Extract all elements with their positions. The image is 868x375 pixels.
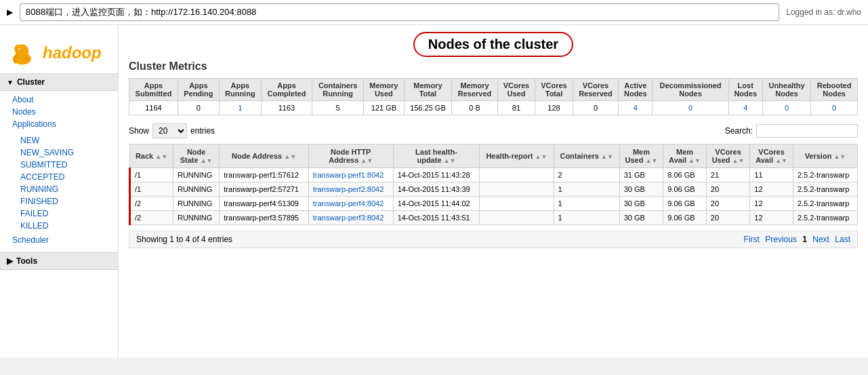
sidebar-cluster-header[interactable]: ▼ Cluster [0,74,118,91]
th-vcores-avail[interactable]: VCoresAvail ▲▼ [750,144,793,168]
sidebar-item-scheduler[interactable]: Scheduler [12,235,49,245]
th-vcores-used[interactable]: VCoresUsed ▲▼ [706,144,750,168]
cell-health-report [480,182,554,197]
cell-mem-used: 31 GB [619,168,663,182]
val-vcores-reserved: 0 [573,101,618,115]
sort-memused-icon: ▲▼ [646,157,658,164]
cell-health-report [480,211,554,225]
pagination-next[interactable]: Next [812,235,829,244]
cell-version: 2.5.2-transwarp [793,182,857,197]
sort-memavail-icon: ▲▼ [688,157,701,164]
sidebar-item-new[interactable]: NEW [0,134,118,146]
col-memory-total: MemoryTotal [404,79,452,101]
th-health-report[interactable]: Health-report ▲▼ [480,144,554,168]
cell-rack: /2 [130,211,173,225]
val-memory-total: 156.25 GB [404,101,452,115]
pagination-first[interactable]: First [744,235,760,244]
pagination-previous[interactable]: Previous [765,235,797,244]
sidebar-item-finished[interactable]: FINISHED [0,195,118,208]
col-apps-completed: AppsCompleted [261,79,312,101]
sidebar-item-new-saving[interactable]: NEW_SAVING [0,146,118,159]
val-apps-running: 1 [219,101,261,115]
show-entries-right: Search: [725,124,858,138]
th-containers[interactable]: Containers ▲▼ [554,144,619,168]
entries-select[interactable]: 20 10 25 50 100 [152,123,187,138]
val-decommissioned-link[interactable]: 0 [688,104,693,112]
cell-vcores-used: 20 [706,211,750,225]
show-entries-bar: Show 20 10 25 50 100 entries Search: [129,123,858,138]
col-lost-nodes: LostNodes [728,79,762,101]
sidebar-tools-header[interactable]: ▶ Tools [0,252,118,270]
sidebar-item-about[interactable]: About [0,94,118,106]
sort-report-icon: ▲▼ [535,153,547,160]
cluster-metrics-table: AppsSubmitted AppsPending AppsRunning Ap… [129,78,858,115]
sort-vcoresused-icon: ▲▼ [732,157,745,164]
cell-containers: 1 [554,182,619,197]
cell-state: RUNNING [173,211,219,225]
th-last-health[interactable]: Last health-update ▲▼ [393,144,480,168]
node-http-link[interactable]: transwarp-perf3:8042 [313,214,384,222]
sidebar-item-failed[interactable]: FAILED [0,208,118,220]
sort-state-icon: ▲▼ [201,157,213,164]
th-node-address[interactable]: Node Address ▲▼ [220,144,308,168]
sidebar-item-submitted[interactable]: SUBMITTED [0,159,118,171]
tools-triangle-icon: ▶ [7,256,13,266]
cell-http: transwarp-perf1:8042 [308,168,393,182]
val-rebooted-link[interactable]: 0 [832,104,836,112]
sidebar-item-applications[interactable]: Applications [0,118,118,130]
top-banner: ▶ 8088端口，进入监控页面，如：http://172.16.140.204:… [0,0,868,25]
sidebar-cluster-label: Cluster [17,77,45,87]
node-http-link[interactable]: transwarp-perf4:8042 [313,199,384,208]
val-decommissioned-nodes: 0 [653,101,728,115]
cell-version: 2.5.2-transwarp [793,197,857,211]
val-vcores-used: 81 [497,101,535,115]
cell-vcores-used: 20 [706,182,750,197]
show-entries-left: Show 20 10 25 50 100 entries [129,123,215,138]
th-node-http[interactable]: Node HTTPAddress ▲▼ [308,144,393,168]
cell-http: transwarp-perf4:8042 [308,197,393,211]
th-node-state[interactable]: NodeState ▲▼ [173,144,219,168]
col-vcores-reserved: VCoresReserved [573,79,618,101]
cell-http: transwarp-perf2:8042 [308,182,393,197]
node-http-link[interactable]: transwarp-perf2:8042 [313,185,384,193]
col-apps-running: AppsRunning [219,79,261,101]
th-mem-used[interactable]: MemUsed ▲▼ [619,144,663,168]
val-lost-nodes-link[interactable]: 4 [743,104,747,112]
sort-http-icon: ▲▼ [360,157,373,164]
show-label: Show [129,126,149,136]
col-unhealthy-nodes: UnhealthyNodes [762,79,810,101]
showing-text: Showing 1 to 4 of 4 entries [136,235,232,244]
sidebar-item-running[interactable]: RUNNING [0,183,118,195]
sidebar-item-killed[interactable]: KILLED [0,220,118,232]
sidebar-item-nodes[interactable]: Nodes [0,106,118,118]
node-http-link[interactable]: transwarp-perf1:8042 [313,171,384,179]
val-apps-pending: 0 [178,101,219,115]
col-apps-pending: AppsPending [178,79,219,101]
cell-version: 2.5.2-transwarp [793,211,857,225]
th-version[interactable]: Version ▲▼ [793,144,857,168]
search-input[interactable] [756,124,858,138]
th-mem-avail[interactable]: MemAvail ▲▼ [663,144,707,168]
cell-mem-used: 30 GB [619,182,663,197]
val-unhealthy-link[interactable]: 0 [785,104,789,112]
cell-mem-avail: 9.06 GB [663,182,707,197]
pagination-last[interactable]: Last [835,235,850,244]
sidebar-item-accepted[interactable]: ACCEPTED [0,171,118,183]
cell-address: transwarp-perf1:57612 [220,168,308,182]
cell-health-date: 14-Oct-2015 11:44:02 [393,197,480,211]
cell-mem-used: 30 GB [619,197,663,211]
table-row: /2 RUNNING transwarp-perf3:57895 transwa… [130,211,858,225]
cell-rack: /2 [130,197,173,211]
cell-mem-used: 30 GB [619,211,663,225]
cell-health-date: 14-Oct-2015 11:43:39 [393,182,480,197]
cell-vcores-avail: 12 [750,182,793,197]
val-active-nodes-link[interactable]: 4 [634,104,638,112]
cluster-metrics-title: Cluster Metrics [129,60,858,73]
val-apps-running-link[interactable]: 1 [238,104,242,112]
cell-containers: 1 [554,211,619,225]
cell-address: transwarp-perf3:57895 [220,211,308,225]
val-vcores-total: 128 [535,101,573,115]
url-bar[interactable]: 8088端口，进入监控页面，如：http://172.16.140.204:80… [20,3,779,21]
th-rack[interactable]: Rack ▲▼ [130,144,173,168]
sidebar-tools-label: Tools [16,256,37,266]
